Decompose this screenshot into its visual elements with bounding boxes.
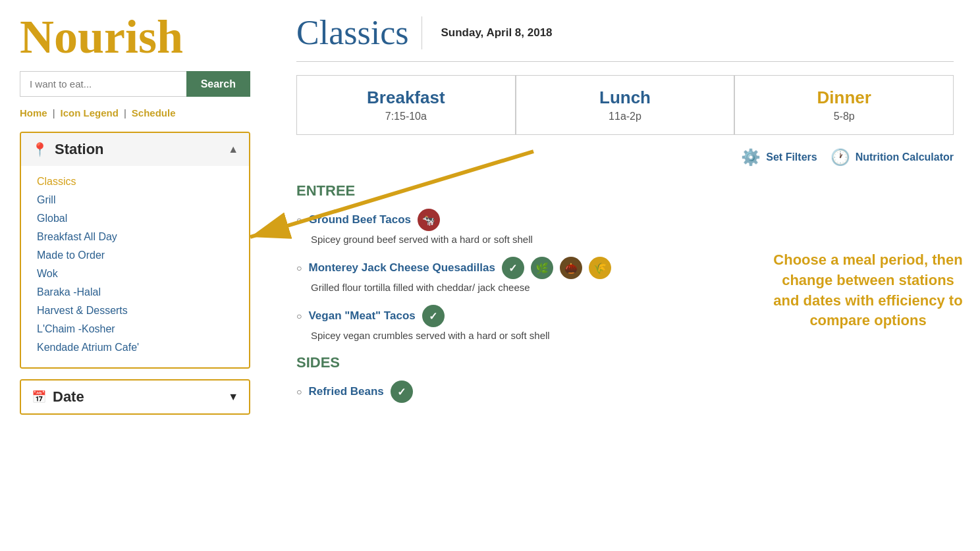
side-items: ○Refried Beans✓ [296, 380, 954, 403]
nav-sep-2: | [124, 107, 126, 118]
diet-icon-nf-2: 🌰 [560, 257, 582, 279]
nutrition-calculator-button[interactable]: 🕐 Nutrition Calculator [830, 148, 954, 167]
station-item-3[interactable]: Breakfast All Day [37, 228, 233, 246]
date-header[interactable]: 📅 Date ▼ [21, 380, 249, 413]
menu-item-desc-0: Spicey ground beef served with a hard or… [311, 234, 954, 245]
menu-item-name-1[interactable]: Monterey Jack Cheese Quesadillas [308, 261, 495, 275]
page-date: Sunday, April 8, 2018 [441, 26, 552, 39]
station-item-8[interactable]: L'Chaim -Kosher [37, 320, 233, 338]
station-item-2[interactable]: Global [37, 209, 233, 228]
station-header[interactable]: 📍 Station ▲ [21, 133, 249, 166]
gear-icon: ⚙️ [741, 148, 761, 167]
meal-tab-breakfast[interactable]: Breakfast7:15-10a [296, 75, 516, 135]
meal-tabs: Breakfast7:15-10aLunch11a-2pDinner5-8p [296, 75, 954, 135]
diet-icon-veg-0: ✓ [422, 305, 445, 327]
nav-icon-legend[interactable]: Icon Legend [61, 107, 119, 118]
meal-tab-name-0: Breakfast [310, 88, 502, 108]
calendar-icon: 📅 [32, 390, 46, 404]
menu-item-name-0[interactable]: Refried Beans [308, 385, 383, 398]
menu-item-name-2[interactable]: Vegan "Meat" Tacos [308, 309, 415, 323]
nutrition-label: Nutrition Calculator [856, 151, 954, 163]
diet-icon-gf-1: 🌿 [531, 257, 553, 279]
station-item-5[interactable]: Wok [37, 265, 233, 283]
diet-icon-beef-0: 🐄 [418, 209, 440, 231]
app-logo: Nourish [20, 13, 250, 61]
diet-icon-veg-0: ✓ [502, 257, 524, 279]
pin-icon: 📍 [32, 142, 48, 157]
station-item-9[interactable]: Kendade Atrium Cafe' [37, 338, 233, 357]
search-button[interactable]: Search [186, 71, 250, 97]
bullet-icon-0: ○ [296, 386, 302, 397]
sides-section-title: SIDES [296, 354, 954, 371]
bullet-icon-2: ○ [296, 311, 302, 321]
station-list: ClassicsGrillGlobalBreakfast All DayMade… [21, 166, 249, 367]
meal-tab-dinner[interactable]: Dinner5-8p [734, 75, 954, 135]
set-filters-label: Set Filters [766, 151, 817, 163]
date-label: Date [53, 388, 84, 406]
nav-schedule[interactable]: Schedule [132, 107, 176, 118]
menu-item-name-0[interactable]: Ground Beef Tacos [308, 213, 411, 226]
nutrition-icon: 🕐 [830, 148, 850, 167]
tooltip-annotation: Choose a meal period, then change betwee… [769, 250, 967, 331]
meal-tab-lunch[interactable]: Lunch11a-2p [516, 75, 735, 135]
page-header: Classics Sunday, April 8, 2018 [296, 13, 954, 62]
menu-item-desc-2: Spicey vegan crumbles served with a hard… [311, 330, 954, 341]
menu-item-0: ○Refried Beans✓ [296, 380, 954, 403]
nav-sep-1: | [53, 107, 55, 118]
station-item-4[interactable]: Made to Order [37, 246, 233, 265]
toolbar: ⚙️ Set Filters 🕐 Nutrition Calculator [296, 148, 954, 167]
station-dropdown: 📍 Station ▲ ClassicsGrillGlobalBreakfast… [20, 132, 250, 369]
station-item-0[interactable]: Classics [37, 172, 233, 191]
station-label: Station [55, 141, 104, 158]
nav-home[interactable]: Home [20, 107, 47, 118]
set-filters-button[interactable]: ⚙️ Set Filters [741, 148, 817, 167]
header-separator [422, 16, 422, 49]
meal-tab-time-0: 7:15-10a [310, 111, 502, 122]
date-dropdown: 📅 Date ▼ [20, 379, 250, 415]
date-expand-icon: ▼ [228, 391, 238, 403]
meal-tab-time-1: 11a-2p [530, 111, 721, 122]
meal-tab-name-1: Lunch [530, 88, 721, 108]
meal-tab-time-2: 5-8p [748, 111, 940, 122]
entree-section-title: ENTREE [296, 182, 954, 199]
search-input[interactable] [20, 71, 186, 97]
menu-item-0: ○Ground Beef Tacos🐄Spicey ground beef se… [296, 209, 954, 245]
station-item-7[interactable]: Harvest & Desserts [37, 302, 233, 320]
page-title: Classics [296, 13, 408, 52]
bullet-icon-1: ○ [296, 263, 302, 273]
station-collapse-icon: ▲ [228, 144, 238, 155]
diet-icon-wheat-3: 🌾 [589, 257, 611, 279]
bullet-icon-0: ○ [296, 215, 302, 225]
station-item-6[interactable]: Baraka -Halal [37, 283, 233, 302]
station-item-1[interactable]: Grill [37, 191, 233, 209]
meal-tab-name-2: Dinner [748, 88, 940, 108]
diet-icon-veg-0: ✓ [391, 380, 413, 403]
